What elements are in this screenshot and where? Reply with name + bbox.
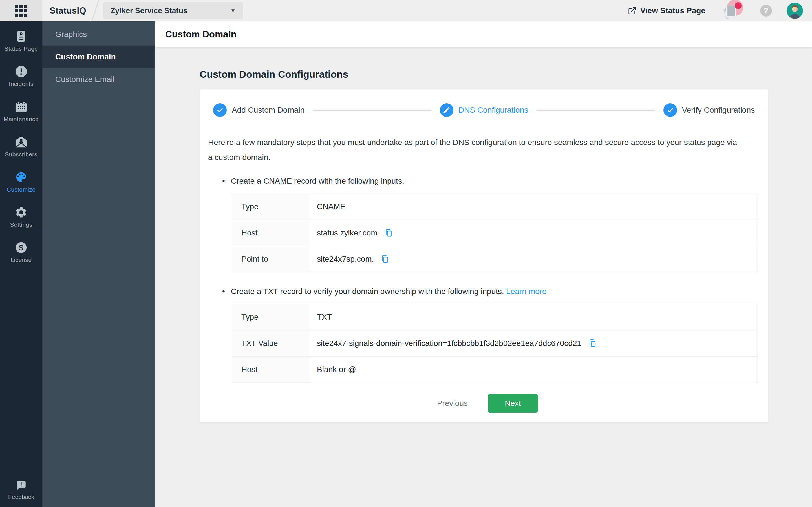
row-value: CNAME bbox=[311, 194, 758, 220]
customize-submenu: Graphics Custom Domain Customize Email bbox=[42, 21, 155, 507]
main-area: Custom Domain Custom Domain Configuratio… bbox=[155, 21, 812, 507]
row-label: Host bbox=[231, 220, 311, 246]
table-row: Host status.zylker.com bbox=[231, 220, 758, 246]
sidebar-item-label: Status Page bbox=[4, 45, 38, 52]
row-value: TXT bbox=[311, 304, 758, 330]
question-icon: ? bbox=[764, 6, 769, 15]
check-icon bbox=[216, 106, 224, 114]
sidebar-item-customize[interactable]: Customize bbox=[7, 171, 36, 193]
submenu-item-customize-email[interactable]: Customize Email bbox=[42, 68, 155, 91]
feedback-button[interactable]: Feedback bbox=[0, 480, 42, 500]
topbar: StatusIQ Zylker Service Status ▼ View St… bbox=[0, 0, 812, 21]
customize-palette-icon bbox=[15, 171, 28, 184]
row-label: Host bbox=[231, 356, 311, 383]
whats-new-button[interactable] bbox=[724, 2, 742, 20]
copy-icon bbox=[588, 339, 597, 348]
step-label: DNS Configurations bbox=[458, 106, 528, 115]
sidebar-item-maintenance[interactable]: Maintenance bbox=[4, 100, 39, 122]
license-dollar-icon: $ bbox=[15, 241, 28, 254]
step-label: Add Custom Domain bbox=[232, 106, 305, 115]
row-value: status.zylker.com bbox=[311, 220, 758, 246]
submenu-item-custom-domain[interactable]: Custom Domain bbox=[42, 46, 155, 68]
sidebar-item-license[interactable]: $ License bbox=[10, 241, 32, 263]
cname-instruction: • Create a CNAME record with the followi… bbox=[208, 177, 760, 186]
check-icon bbox=[666, 106, 674, 114]
config-card: Add Custom Domain DNS Configurations bbox=[200, 89, 768, 422]
status-page-selector[interactable]: Zylker Service Status ▼ bbox=[103, 2, 243, 19]
row-value: site24x7-signals-domain-verification=1fc… bbox=[311, 330, 758, 356]
maintenance-icon bbox=[15, 100, 28, 113]
app-grid-button[interactable] bbox=[0, 0, 42, 21]
sidebar-item-settings[interactable]: Settings bbox=[10, 206, 32, 228]
txt-record-table: Type TXT TXT Value site24x7-signals-doma… bbox=[231, 304, 758, 383]
app-logo: StatusIQ bbox=[50, 6, 86, 16]
row-label: TXT Value bbox=[231, 330, 311, 356]
sidebar-item-label: Maintenance bbox=[4, 116, 39, 122]
copy-host-button[interactable] bbox=[384, 228, 393, 238]
bullet-icon: • bbox=[222, 287, 225, 296]
settings-gear-icon bbox=[15, 206, 28, 219]
learn-more-link[interactable]: Learn more bbox=[506, 287, 546, 296]
intro-text: Here're a few mandatory steps that you m… bbox=[208, 135, 741, 165]
user-avatar[interactable] bbox=[786, 3, 803, 19]
sidebar-item-label: Subscribers bbox=[5, 151, 37, 158]
page-header-title: Custom Domain bbox=[165, 29, 237, 40]
sidebar-item-label: Settings bbox=[10, 221, 32, 228]
wizard-stepper: Add Custom Domain DNS Configurations bbox=[213, 89, 755, 117]
notification-badge bbox=[735, 2, 742, 9]
external-link-icon bbox=[628, 6, 637, 15]
incidents-icon bbox=[15, 65, 28, 78]
cname-record-table: Type CNAME Host status.zylker.com bbox=[231, 193, 758, 272]
page-header: Custom Domain bbox=[155, 21, 812, 47]
copy-icon bbox=[384, 228, 393, 238]
step-label: Verify Configurations bbox=[682, 106, 755, 115]
table-row: TXT Value site24x7-signals-domain-verifi… bbox=[231, 330, 758, 356]
sidebar-item-incidents[interactable]: Incidents bbox=[9, 65, 34, 87]
sidebar-item-label: Incidents bbox=[9, 80, 34, 87]
step-circle bbox=[213, 103, 227, 117]
row-label: Type bbox=[231, 194, 311, 220]
help-button[interactable]: ? bbox=[760, 5, 772, 17]
status-page-selector-value: Zylker Service Status bbox=[110, 6, 188, 15]
next-button[interactable]: Next bbox=[488, 394, 538, 413]
txt-instruction: • Create a TXT record to verify your dom… bbox=[208, 287, 760, 296]
chevron-down-icon: ▼ bbox=[231, 8, 236, 14]
sidebar-item-subscribers[interactable]: Subscribers bbox=[5, 135, 37, 158]
feedback-label: Feedback bbox=[8, 494, 34, 500]
point-to-value: site24x7sp.com. bbox=[317, 255, 374, 264]
section-title: Custom Domain Configurations bbox=[200, 69, 812, 80]
record-type-value: TXT bbox=[317, 313, 332, 322]
sidebar-item-status-page[interactable]: Status Page bbox=[4, 30, 38, 52]
txt-host-value: Blank or @ bbox=[317, 365, 356, 374]
step-circle bbox=[440, 103, 453, 117]
sidebar-rail: Status Page Incidents Maintenance bbox=[0, 21, 42, 507]
copy-txt-value-button[interactable] bbox=[588, 339, 597, 348]
step-circle bbox=[663, 103, 677, 117]
previous-button[interactable]: Previous bbox=[430, 395, 474, 412]
feedback-icon bbox=[15, 480, 27, 491]
row-value: Blank or @ bbox=[311, 356, 758, 383]
topbar-actions: View Status Page ? bbox=[628, 2, 812, 20]
submenu-item-graphics[interactable]: Graphics bbox=[42, 23, 155, 46]
table-row: Type CNAME bbox=[231, 194, 758, 220]
txt-value: site24x7-signals-domain-verification=1fc… bbox=[317, 339, 581, 348]
view-status-page-link[interactable]: View Status Page bbox=[628, 6, 705, 15]
cname-instruction-text: Create a CNAME record with the following… bbox=[231, 177, 404, 185]
status-page-icon bbox=[15, 30, 28, 43]
wizard-buttons: Previous Next bbox=[208, 394, 760, 413]
stepper-connector bbox=[536, 110, 655, 111]
step-verify-configurations[interactable]: Verify Configurations bbox=[663, 103, 755, 117]
table-row: Host Blank or @ bbox=[231, 356, 758, 383]
table-row: Type TXT bbox=[231, 304, 758, 330]
step-add-custom-domain[interactable]: Add Custom Domain bbox=[213, 103, 305, 117]
view-status-page-label: View Status Page bbox=[640, 6, 705, 15]
content-area: Custom Domain Configurations Add Custom … bbox=[155, 47, 812, 507]
step-dns-configurations[interactable]: DNS Configurations bbox=[440, 103, 528, 117]
host-value: status.zylker.com bbox=[317, 228, 377, 237]
copy-point-to-button[interactable] bbox=[380, 255, 390, 264]
pencil-icon bbox=[443, 106, 451, 114]
record-type-value: CNAME bbox=[317, 202, 345, 211]
waffle-icon bbox=[15, 4, 28, 17]
svg-text:$: $ bbox=[19, 244, 23, 252]
stepper-connector bbox=[312, 110, 432, 111]
